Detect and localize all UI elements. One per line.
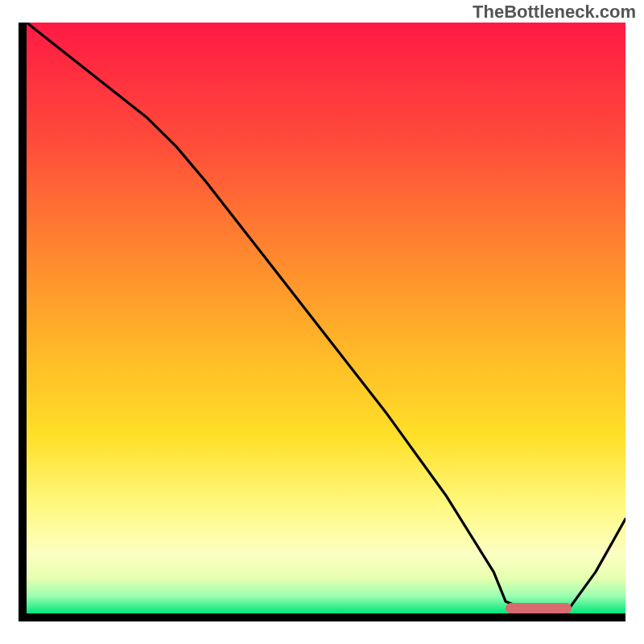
plot-area — [19, 23, 625, 621]
svg-rect-0 — [27, 23, 625, 613]
watermark-text: TheBottleneck.com — [473, 2, 636, 23]
chart-container: TheBottleneck.com — [0, 0, 644, 644]
optimal-range-marker — [506, 603, 572, 613]
background-gradient — [27, 23, 625, 613]
